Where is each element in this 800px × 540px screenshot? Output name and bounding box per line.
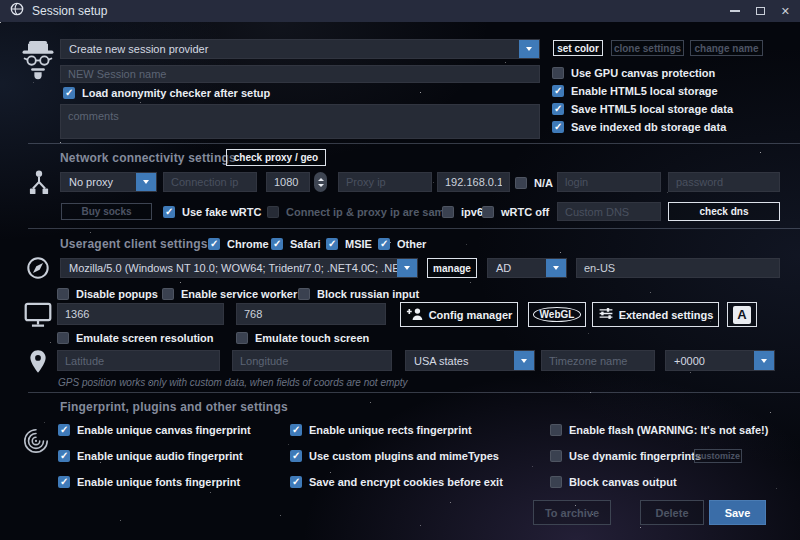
emulate-resolution-checkbox[interactable]: Emulate screen resolution	[57, 331, 214, 344]
section-divider	[28, 143, 800, 144]
comments-textarea[interactable]	[60, 104, 540, 139]
network-section-header: Network connectivity settings	[60, 151, 236, 165]
port-stepper[interactable]	[314, 172, 327, 192]
html5-storage-checkbox[interactable]: Enable HTML5 local storage	[552, 84, 718, 97]
encrypt-cookies-checkbox[interactable]: Save and encrypt cookies before exit	[290, 475, 503, 488]
proxy-login-input[interactable]	[557, 172, 661, 192]
customize-button[interactable]: customize	[694, 449, 742, 463]
longitude-input[interactable]	[232, 350, 392, 371]
config-manager-button[interactable]: Config manager	[400, 302, 518, 327]
wrtc-off-checkbox[interactable]: wRTC off	[482, 205, 549, 218]
load-anonymity-checkbox[interactable]: Load anonymity checker after setup	[63, 86, 270, 99]
browser-other-checkbox[interactable]: Other	[378, 237, 426, 250]
usa-states-select[interactable]: USA states	[405, 350, 535, 371]
disable-popups-checkbox[interactable]: Disable popups	[57, 287, 158, 300]
locale-input[interactable]	[576, 258, 780, 278]
change-name-button[interactable]: change name	[690, 40, 763, 56]
delete-button[interactable]: Delete	[640, 500, 704, 525]
checkbox-icon	[550, 476, 562, 488]
session-provider-select[interactable]: Create new session provider	[60, 39, 540, 59]
latitude-input[interactable]	[57, 350, 220, 371]
clone-settings-button[interactable]: clone settings	[611, 40, 684, 56]
proxy-type-select[interactable]: No proxy	[60, 172, 157, 192]
config-manager-label: Config manager	[429, 309, 513, 321]
proxy-network-icon	[26, 169, 52, 196]
checkbox-icon	[552, 67, 564, 79]
checkbox-icon	[58, 450, 70, 462]
checkbox-icon	[163, 206, 175, 218]
checkbox-icon	[57, 288, 69, 300]
save-html5-checkbox[interactable]: Save HTML5 local storage data	[552, 102, 733, 115]
session-name-input[interactable]	[60, 65, 540, 83]
heisenberg-icon	[18, 38, 58, 84]
proxy-port-input[interactable]	[266, 172, 310, 192]
checkbox-icon	[290, 476, 302, 488]
timezone-offset-select[interactable]: +0000	[665, 350, 775, 371]
useragent-select[interactable]: Mozilla/5.0 (Windows NT 10.0; WOW64; Tri…	[60, 258, 418, 278]
check-proxy-geo-button[interactable]: check proxy / geo	[226, 149, 326, 166]
proxy-ip-input[interactable]	[338, 172, 432, 192]
checkbox-label: Emulate touch screen	[255, 332, 369, 344]
local-ip-input[interactable]	[437, 172, 510, 192]
set-color-button[interactable]: set color	[553, 40, 603, 56]
enable-flash-checkbox[interactable]: Enable flash (WARNING: It's not safe!)	[550, 423, 768, 436]
ipv6-checkbox[interactable]: ipv6	[442, 205, 483, 218]
timezone-input[interactable]	[541, 350, 655, 371]
manage-useragent-button[interactable]: manage	[427, 258, 477, 278]
extended-settings-label: Extended settings	[619, 309, 714, 321]
close-icon[interactable]: ✕	[781, 6, 790, 17]
checkbox-label: Save HTML5 local storage data	[571, 103, 733, 115]
checkbox-label: Other	[397, 238, 426, 250]
service-worker-checkbox[interactable]: Enable service worker	[162, 287, 297, 300]
chevron-down-icon	[519, 40, 539, 58]
maximize-icon[interactable]	[756, 7, 765, 15]
custom-dns-input[interactable]	[557, 202, 661, 221]
gpu-canvas-checkbox[interactable]: Use GPU canvas protection	[552, 66, 715, 79]
checkbox-label: Use dynamic fingerprints	[569, 450, 701, 462]
proxy-password-input[interactable]	[668, 172, 780, 192]
fonts-fingerprint-checkbox[interactable]: Enable unique fonts fingerprint	[58, 475, 240, 488]
use-fake-wrtc-checkbox[interactable]: Use fake wRTC	[163, 205, 261, 218]
na-checkbox[interactable]: N/A	[515, 176, 553, 189]
checkbox-icon	[378, 238, 390, 250]
ad-select[interactable]: AD	[487, 258, 567, 278]
session-provider-value: Create new session provider	[61, 43, 519, 55]
connect-same-ip-checkbox[interactable]: Connect ip & proxy ip are same	[267, 205, 450, 218]
webgl-button[interactable]: WebGL	[528, 302, 586, 327]
audio-fingerprint-checkbox[interactable]: Enable unique audio fingerprint	[58, 449, 243, 462]
check-dns-button[interactable]: check dns	[668, 202, 780, 221]
browser-safari-checkbox[interactable]: Safari	[271, 237, 321, 250]
checkbox-icon	[271, 238, 283, 250]
checkbox-label: Enable unique canvas fingerprint	[77, 424, 251, 436]
block-canvas-checkbox[interactable]: Block canvas output	[550, 475, 677, 488]
extended-settings-button[interactable]: Extended settings	[592, 302, 719, 327]
screen-height-input[interactable]	[236, 303, 386, 325]
step-down-icon[interactable]	[318, 184, 324, 187]
save-button[interactable]: Save	[709, 500, 766, 525]
buy-socks-button[interactable]: Buy socks	[61, 203, 152, 220]
block-russian-checkbox[interactable]: Block russian input	[298, 287, 419, 300]
browser-chrome-checkbox[interactable]: Chrome	[208, 237, 269, 250]
save-indexed-checkbox[interactable]: Save indexed db storage data	[552, 120, 726, 133]
section-divider	[28, 228, 800, 229]
rects-fingerprint-checkbox[interactable]: Enable unique rects fingerprint	[290, 423, 472, 436]
usa-states-value: USA states	[406, 355, 514, 367]
canvas-fingerprint-checkbox[interactable]: Enable unique canvas fingerprint	[58, 423, 251, 436]
checkbox-label: ipv6	[461, 206, 483, 218]
minimize-icon[interactable]	[730, 10, 740, 12]
screen-width-input[interactable]	[57, 303, 224, 325]
to-archive-button[interactable]: To archive	[533, 500, 611, 525]
step-up-icon[interactable]	[318, 178, 324, 181]
location-pin-icon	[29, 349, 47, 374]
checkbox-icon	[58, 424, 70, 436]
useragent-section-header: Useragent client settings	[60, 237, 208, 251]
font-a-button[interactable]: A	[727, 302, 757, 327]
browser-msie-checkbox[interactable]: MSIE	[326, 237, 372, 250]
emulate-touch-checkbox[interactable]: Emulate touch screen	[236, 331, 369, 344]
chevron-down-icon	[754, 351, 774, 370]
checkbox-label: N/A	[534, 177, 553, 189]
custom-plugins-checkbox[interactable]: Use custom plugins and mimeTypes	[290, 449, 499, 462]
dynamic-fingerprints-checkbox[interactable]: Use dynamic fingerprints	[550, 449, 701, 462]
checkbox-icon	[57, 332, 69, 344]
connection-ip-input[interactable]	[163, 172, 257, 192]
